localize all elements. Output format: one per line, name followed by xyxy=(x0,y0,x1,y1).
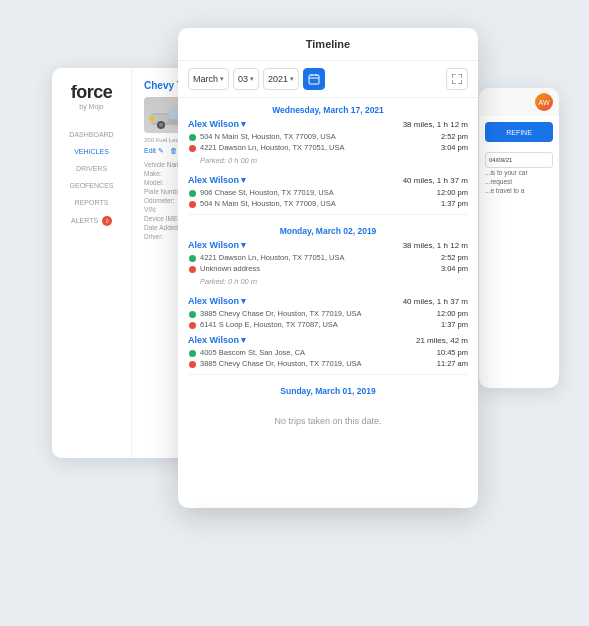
logo-sub: by Mojo xyxy=(71,103,113,110)
trip-stats: 40 miles, 1 h 37 m xyxy=(403,297,468,306)
trip-user-name[interactable]: Alex Wilson ▾ xyxy=(188,119,246,129)
dest-time: 1:37 pm xyxy=(441,320,468,329)
delete-button[interactable]: 🗑 xyxy=(170,147,177,155)
trip-user-row: Alex Wilson ▾ 38 miles, 1 h 12 m xyxy=(188,119,468,129)
origin-address: 504 N Main St, Houston, TX 77009, USA xyxy=(200,132,437,141)
timeline-body: Wednesday, March 17, 2021 Alex Wilson ▾ … xyxy=(178,98,478,498)
origin-time: 12:00 pm xyxy=(437,188,468,197)
sidebar: force by Mojo DASHBOARD VEHICLES DRIVERS… xyxy=(52,68,132,458)
trip-block: Alex Wilson ▾ 40 miles, 1 h 37 m 906 Cha… xyxy=(188,175,468,208)
dest-time: 11:27 am xyxy=(437,359,468,368)
trip-user-row: Alex Wilson ▾ 40 miles, 1 h 37 m xyxy=(188,175,468,185)
avatar: AW xyxy=(535,93,553,111)
trip-user-name[interactable]: Alex Wilson ▾ xyxy=(188,335,246,345)
dest-address: 3885 Chevy Chase Dr, Houston, TX 77019, … xyxy=(200,359,433,368)
dest-dot-icon xyxy=(188,200,196,208)
svg-point-4 xyxy=(159,123,163,127)
timeline-title: Timeline xyxy=(178,28,478,61)
sidebar-item-reports[interactable]: REPORTS xyxy=(52,194,131,211)
date-input[interactable] xyxy=(485,152,553,168)
date-header-2: Sunday, March 01, 2019 xyxy=(188,379,468,400)
day-chevron-icon: ▾ xyxy=(250,75,254,83)
origin-dot-icon xyxy=(188,133,196,141)
edit-button[interactable]: Edit ✎ xyxy=(144,147,164,155)
dest-time: 3:04 pm xyxy=(441,143,468,152)
right-card-body: REFINE ...is to your car ...request ...e… xyxy=(479,116,559,201)
trip-user-name[interactable]: Alex Wilson ▾ xyxy=(188,240,246,250)
trip-block: Alex Wilson ▾ 40 miles, 1 h 37 m 3885 Ch… xyxy=(188,296,468,329)
origin-time: 12:00 pm xyxy=(437,309,468,318)
refine-button[interactable]: REFINE xyxy=(485,122,553,142)
sidebar-item-dashboard[interactable]: DASHBOARD xyxy=(52,126,131,143)
dest-address: Unknown address xyxy=(200,264,437,273)
trip-user-name[interactable]: Alex Wilson ▾ xyxy=(188,296,246,306)
origin-time: 2:52 pm xyxy=(441,132,468,141)
sidebar-item-geofences[interactable]: GEOFENCES xyxy=(52,177,131,194)
right-text-1: ...is to your car ...request ...e travel… xyxy=(485,168,553,195)
trip-origin: 4221 Dawson Ln, Houston, TX 77051, USA 2… xyxy=(188,253,468,262)
trip-block: Alex Wilson ▾ 38 miles, 1 h 12 m 504 N M… xyxy=(188,119,468,169)
origin-address: 3885 Chevy Chase Dr, Houston, TX 77019, … xyxy=(200,309,433,318)
origin-dot-icon xyxy=(188,349,196,357)
year-select[interactable]: 2021 ▾ xyxy=(263,68,299,90)
origin-dot-icon xyxy=(188,310,196,318)
logo-text: force xyxy=(71,82,113,103)
trip-stats: 21 miles, 42 m xyxy=(416,336,468,345)
alerts-badge: 0 xyxy=(102,216,112,226)
trip-user-row: Alex Wilson ▾ 40 miles, 1 h 37 m xyxy=(188,296,468,306)
trip-block: Alex Wilson ▾ 38 miles, 1 h 12 m 4221 Da… xyxy=(188,240,468,290)
trip-dest: 6141 S Loop E, Houston, TX 77087, USA 1:… xyxy=(188,320,468,329)
trip-dest: Unknown address 3:04 pm xyxy=(188,264,468,273)
origin-address: 906 Chase St, Houston, TX 77019, USA xyxy=(200,188,433,197)
dest-dot-icon xyxy=(188,321,196,329)
trip-origin: 3885 Chevy Chase Dr, Houston, TX 77019, … xyxy=(188,309,468,318)
sidebar-item-drivers[interactable]: DRIVERS xyxy=(52,160,131,177)
logo-area: force by Mojo xyxy=(71,82,113,110)
trip-user-row: Alex Wilson ▾ 21 miles, 42 m xyxy=(188,335,468,345)
date-header-1: Monday, March 02, 2019 xyxy=(188,219,468,240)
origin-time: 10:45 pm xyxy=(437,348,468,357)
sidebar-item-vehicles[interactable]: VEHICLES xyxy=(52,143,131,160)
trip-stats: 40 miles, 1 h 37 m xyxy=(403,176,468,185)
origin-time: 2:52 pm xyxy=(441,253,468,262)
section-divider xyxy=(188,214,468,215)
dest-time: 3:04 pm xyxy=(441,264,468,273)
dest-address: 504 N Main St, Houston, TX 77009, USA xyxy=(200,199,437,208)
calendar-icon-button[interactable] xyxy=(303,68,325,90)
trip-block: Alex Wilson ▾ 21 miles, 42 m 4005 Bascom… xyxy=(188,335,468,368)
trip-dest: 504 N Main St, Houston, TX 77009, USA 1:… xyxy=(188,199,468,208)
right-side-card: AW REFINE ...is to your car ...request .… xyxy=(479,88,559,388)
trip-dest: 4221 Dawson Ln, Houston, TX 77051, USA 3… xyxy=(188,143,468,152)
trip-origin: 906 Chase St, Houston, TX 77019, USA 12:… xyxy=(188,188,468,197)
trip-origin: 504 N Main St, Houston, TX 77009, USA 2:… xyxy=(188,132,468,141)
sidebar-item-alerts[interactable]: ALERTS 0 xyxy=(52,211,131,231)
parked-status: Parked: 0 h 00 m xyxy=(188,154,468,169)
timeline-controls: March ▾ 03 ▾ 2021 ▾ xyxy=(178,61,478,98)
svg-rect-11 xyxy=(309,75,319,84)
svg-rect-9 xyxy=(149,117,154,121)
origin-dot-icon xyxy=(188,254,196,262)
year-chevron-icon: ▾ xyxy=(290,75,294,83)
origin-dot-icon xyxy=(188,189,196,197)
date-header-0: Wednesday, March 17, 2021 xyxy=(188,98,468,119)
trip-dest: 3885 Chevy Chase Dr, Houston, TX 77019, … xyxy=(188,359,468,368)
trip-user-name[interactable]: Alex Wilson ▾ xyxy=(188,175,246,185)
trip-user-row: Alex Wilson ▾ 38 miles, 1 h 12 m xyxy=(188,240,468,250)
month-chevron-icon: ▾ xyxy=(220,75,224,83)
dest-address: 6141 S Loop E, Houston, TX 77087, USA xyxy=(200,320,437,329)
trip-origin: 4005 Bascom St, San Jose, CA 10:45 pm xyxy=(188,348,468,357)
expand-icon[interactable] xyxy=(446,68,468,90)
dest-time: 1:37 pm xyxy=(441,199,468,208)
day-select[interactable]: 03 ▾ xyxy=(233,68,259,90)
dest-dot-icon xyxy=(188,144,196,152)
dest-dot-icon xyxy=(188,360,196,368)
right-card-header: AW xyxy=(479,88,559,116)
no-trips-message: No trips taken on this date. xyxy=(188,400,468,442)
section-divider xyxy=(188,374,468,375)
parked-status: Parked: 0 h 00 m xyxy=(188,275,468,290)
trip-stats: 38 miles, 1 h 12 m xyxy=(403,241,468,250)
month-select[interactable]: March ▾ xyxy=(188,68,229,90)
dest-dot-icon xyxy=(188,265,196,273)
dest-address: 4221 Dawson Ln, Houston, TX 77051, USA xyxy=(200,143,437,152)
origin-address: 4221 Dawson Ln, Houston, TX 77051, USA xyxy=(200,253,437,262)
